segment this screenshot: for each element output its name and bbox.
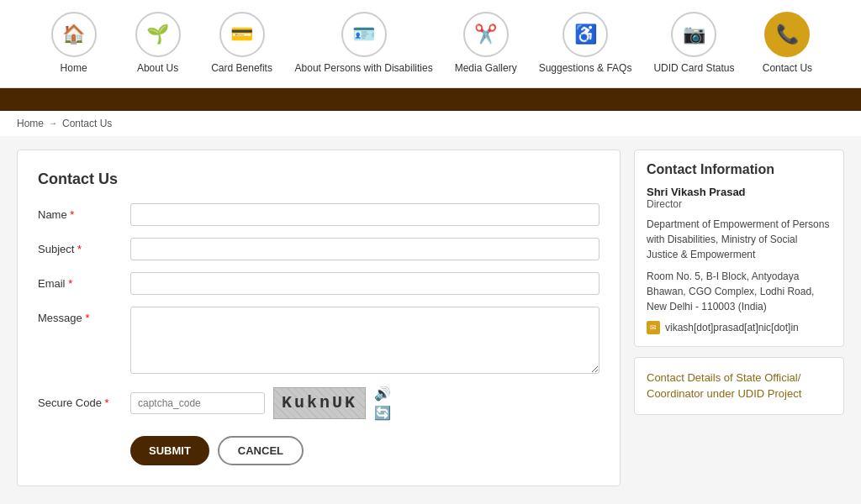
captcha-controls: 🔊 🔄 — [374, 386, 391, 421]
home-icon: 🏠 — [51, 12, 97, 57]
contact-person-name: Shri Vikash Prasad — [647, 186, 832, 198]
name-field-group: Name * — [38, 203, 600, 226]
suggestions-icon: ♿ — [563, 12, 608, 57]
name-label: Name * — [38, 203, 122, 221]
nav-card-benefits[interactable]: 💳 Card Benefits — [204, 7, 280, 81]
nav-about-persons[interactable]: 🪪 About Persons with Disabilities — [288, 7, 440, 81]
subject-input[interactable] — [130, 238, 600, 260]
udid-icon: 📷 — [671, 12, 716, 57]
message-field-group: Message * — [38, 307, 600, 374]
captcha-input[interactable] — [130, 392, 265, 414]
state-officials-link[interactable]: Contact Details of State Official/ Coord… — [647, 371, 801, 401]
contact-icon: 📞 — [764, 12, 810, 57]
captcha-refresh-button[interactable]: 🔄 — [374, 405, 391, 421]
submit-button[interactable]: SUBMIT — [130, 436, 209, 465]
contact-department: Department of Empowerment of Persons wit… — [647, 217, 832, 262]
contact-person-title: Director — [647, 198, 832, 210]
breadcrumb-current: Contact Us — [62, 118, 112, 129]
contact-address: Room No. 5, B-I Block, Antyodaya Bhawan,… — [647, 269, 832, 314]
contact-info-card: Contact Information Shri Vikash Prasad D… — [634, 150, 844, 486]
contact-info-title: Contact Information — [647, 162, 832, 177]
name-input[interactable] — [130, 203, 600, 226]
card-icon: 💳 — [219, 12, 265, 57]
cancel-button[interactable]: CANCEL — [218, 436, 304, 465]
state-officials-box: Contact Details of State Official/ Coord… — [634, 357, 844, 415]
captcha-label: Secure Code * — [38, 396, 122, 409]
nav-udid-status[interactable]: 📷 UDID Card Status — [647, 7, 741, 81]
message-label: Message * — [38, 307, 122, 324]
email-label: Email * — [38, 272, 122, 290]
form-title: Contact Us — [38, 171, 600, 188]
message-input[interactable] — [130, 307, 600, 374]
email-input[interactable] — [130, 272, 600, 295]
news-ticker: GOA(2/2), ARUNACHAL PRADESH(25/25), DADR… — [0, 88, 861, 111]
nav-home[interactable]: 🏠 Home — [36, 7, 112, 81]
media-icon: ✂️ — [463, 12, 509, 57]
contact-form-card: Contact Us Name * Subject * Email * — [17, 150, 621, 486]
about-icon: 🌱 — [135, 12, 181, 57]
captcha-image: KuknUK — [273, 387, 366, 419]
captcha-audio-button[interactable]: 🔊 — [374, 386, 391, 402]
breadcrumb-separator: → — [49, 118, 57, 128]
form-buttons: SUBMIT CANCEL — [38, 436, 600, 465]
main-content: Contact Us Name * Subject * Email * — [0, 136, 861, 500]
contact-email-row: ✉ vikash[dot]prasad[at]nic[dot]in — [647, 321, 832, 334]
contact-details-box: Contact Information Shri Vikash Prasad D… — [634, 150, 844, 347]
breadcrumb-home[interactable]: Home — [17, 118, 44, 129]
nav-contact[interactable]: 📞 Contact Us — [749, 7, 825, 81]
nav-media[interactable]: ✂️ Media Gallery — [448, 7, 524, 81]
breadcrumb: Home → Contact Us — [0, 111, 861, 136]
nav-about[interactable]: 🌱 About Us — [120, 7, 196, 81]
email-icon: ✉ — [647, 321, 660, 334]
contact-email-text: vikash[dot]prasad[at]nic[dot]in — [665, 322, 799, 333]
persons-icon: 🪪 — [341, 12, 387, 57]
nav-suggestions[interactable]: ♿ Suggestions & FAQs — [532, 7, 639, 81]
navigation: 🏠 Home 🌱 About Us 💳 Card Benefits 🪪 Abou… — [0, 0, 861, 88]
email-field-group: Email * — [38, 272, 600, 295]
subject-field-group: Subject * — [38, 238, 600, 260]
subject-label: Subject * — [38, 238, 122, 255]
captcha-row: Secure Code * KuknUK 🔊 🔄 — [38, 386, 600, 421]
